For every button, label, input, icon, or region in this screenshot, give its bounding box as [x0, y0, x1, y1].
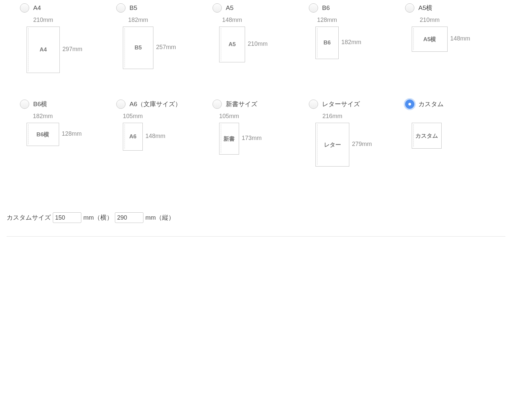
width-label-shin: 105mm	[219, 113, 239, 120]
height-label-b5: 257mm	[156, 44, 176, 51]
radio-shin[interactable]	[213, 100, 222, 109]
height-label-a5: 210mm	[248, 40, 268, 47]
preview-a5: 148mmA5210mm	[213, 17, 296, 90]
radio-a6[interactable]	[116, 100, 126, 109]
radio-b6[interactable]	[309, 3, 318, 13]
preview-a5l: 210mmA5横148mm	[405, 17, 488, 90]
width-label-b6: 128mm	[317, 17, 337, 24]
height-label-a4: 297mm	[62, 46, 82, 53]
height-label-letter: 279mm	[352, 141, 372, 148]
size-options-grid: A4210mmA4297mmB5182mmB5257mmA5148mmA5210…	[7, 3, 505, 206]
custom-height-input[interactable]	[115, 212, 143, 223]
divider	[7, 236, 505, 237]
width-label-b6l: 182mm	[33, 113, 53, 120]
width-label-a4: 210mm	[33, 17, 53, 24]
radio-label-letter: レターサイズ	[322, 100, 360, 108]
radio-label-shin: 新書サイズ	[226, 100, 257, 108]
page-rect-label-letter: レター	[324, 141, 341, 149]
radio-row-custom[interactable]: カスタム	[405, 100, 488, 109]
custom-width-unit: mm（横）	[83, 213, 113, 222]
page-rect-b5: B5	[123, 27, 153, 69]
custom-size-row: カスタムサイズ mm（横） mm（縦）	[7, 206, 505, 236]
custom-size-title: カスタムサイズ	[7, 213, 51, 222]
height-label-a6: 148mm	[145, 133, 165, 140]
page-rect-letter: レター	[315, 123, 349, 167]
radio-row-b5[interactable]: B5	[116, 3, 199, 13]
page-rect-label-b6l: B6横	[37, 131, 49, 138]
radio-a4[interactable]	[20, 3, 29, 13]
page-rect-label-shin: 新書	[223, 135, 235, 143]
radio-custom[interactable]	[405, 100, 414, 109]
radio-row-a5[interactable]: A5	[213, 3, 296, 13]
custom-width-input[interactable]	[53, 212, 81, 223]
width-label-b5: 182mm	[128, 17, 148, 24]
radio-b5[interactable]	[116, 3, 126, 13]
radio-label-b6: B6	[322, 4, 330, 12]
preview-shin: 105mm新書173mm	[213, 113, 296, 186]
custom-height-unit: mm（縦）	[145, 213, 175, 222]
radio-b6l[interactable]	[20, 100, 29, 109]
height-label-a5l: 148mm	[450, 35, 470, 42]
page-rect-a5: A5	[219, 27, 245, 62]
radio-row-a5l[interactable]: A5横	[405, 3, 488, 13]
size-option-b6l: B6横182mmB6横128mm	[20, 100, 103, 186]
radio-row-b6l[interactable]: B6横	[20, 100, 103, 109]
page-rect-label-a5l: A5横	[423, 35, 436, 43]
radio-label-custom: カスタム	[418, 100, 444, 108]
page-rect-custom: カスタム	[412, 123, 442, 149]
radio-a5[interactable]	[213, 3, 222, 13]
radio-label-a5: A5	[226, 4, 233, 12]
radio-row-shin[interactable]: 新書サイズ	[213, 100, 296, 109]
preview-custom: カスタム	[405, 113, 488, 186]
radio-row-b6[interactable]: B6	[309, 3, 392, 13]
size-option-a4: A4210mmA4297mm	[20, 3, 103, 90]
size-option-shin: 新書サイズ105mm新書173mm	[213, 100, 296, 186]
height-label-shin: 173mm	[242, 135, 262, 142]
radio-label-a5l: A5横	[418, 4, 432, 12]
preview-a6: 105mmA6148mm	[116, 113, 199, 186]
page-rect-label-a4: A4	[40, 46, 47, 53]
size-option-b6: B6128mmB6182mm	[309, 3, 392, 90]
radio-label-a6: A6（文庫サイズ）	[129, 100, 181, 108]
page-rect-a5l: A5横	[412, 27, 448, 52]
radio-label-a4: A4	[33, 4, 41, 12]
page-rect-label-b6: B6	[323, 39, 331, 46]
width-label-a5: 148mm	[222, 17, 242, 24]
width-label-letter: 216mm	[322, 113, 342, 120]
width-label-a5l: 210mm	[420, 17, 440, 24]
radio-letter[interactable]	[309, 100, 318, 109]
radio-label-b5: B5	[129, 4, 137, 12]
radio-row-letter[interactable]: レターサイズ	[309, 100, 392, 109]
radio-label-b6l: B6横	[33, 100, 47, 108]
page-rect-label-a6: A6	[129, 133, 136, 140]
page-rect-label-b5: B5	[134, 44, 142, 51]
page-rect-shin: 新書	[219, 123, 239, 155]
preview-b6l: 182mmB6横128mm	[20, 113, 103, 186]
size-option-custom: カスタムカスタム	[405, 100, 488, 186]
radio-a5l[interactable]	[405, 3, 414, 13]
page-rect-b6: B6	[315, 27, 339, 59]
size-option-a5l: A5横210mmA5横148mm	[405, 3, 488, 90]
page-rect-a6: A6	[123, 123, 143, 151]
preview-b5: 182mmB5257mm	[116, 17, 199, 90]
height-label-b6: 182mm	[341, 39, 361, 46]
preview-b6: 128mmB6182mm	[309, 17, 392, 90]
size-option-letter: レターサイズ216mmレター279mm	[309, 100, 392, 186]
page-rect-a4: A4	[27, 27, 60, 73]
page-rect-b6l: B6横	[27, 123, 59, 146]
radio-row-a6[interactable]: A6（文庫サイズ）	[116, 100, 199, 109]
height-label-b6l: 128mm	[62, 130, 82, 137]
size-option-b5: B5182mmB5257mm	[116, 3, 199, 90]
width-label-a6: 105mm	[123, 113, 143, 120]
size-option-a5: A5148mmA5210mm	[213, 3, 296, 90]
page-rect-label-custom: カスタム	[415, 132, 438, 140]
size-option-a6: A6（文庫サイズ）105mmA6148mm	[116, 100, 199, 186]
preview-letter: 216mmレター279mm	[309, 113, 392, 186]
preview-a4: 210mmA4297mm	[20, 17, 103, 90]
radio-row-a4[interactable]: A4	[20, 3, 103, 13]
page-rect-label-a5: A5	[228, 41, 236, 48]
